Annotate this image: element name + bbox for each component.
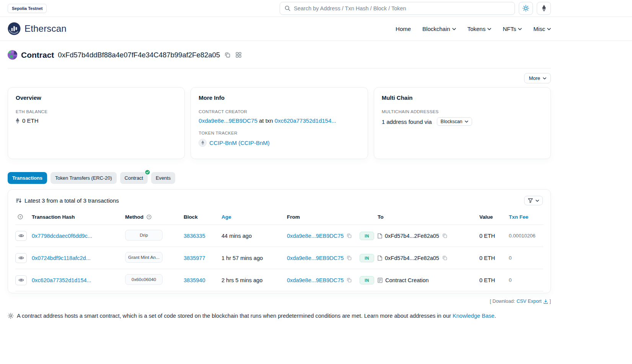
copy-icon: [347, 233, 352, 238]
theme-toggle-button[interactable]: [519, 2, 533, 15]
copy-from-button[interactable]: [346, 233, 352, 239]
transactions-card: Latest 3 from a total of 3 transactions: [8, 189, 551, 293]
creator-address-link[interactable]: 0xda9e8e...9EB9DC75: [199, 117, 257, 124]
help-icon[interactable]: ?: [18, 214, 23, 219]
table-header-row: ? Transaction Hash Method ? Block Age: [15, 211, 543, 225]
eth-diamond-icon: [16, 118, 20, 124]
method-badge[interactable]: 0x60c06040: [125, 274, 163, 285]
creation-txn-link[interactable]: 0xc620a77352d1d154...: [275, 117, 336, 124]
eth-balance-value: 0 ETH: [22, 117, 39, 124]
qr-code-icon: [236, 52, 241, 58]
nav-item-tokens[interactable]: Tokens: [467, 26, 492, 32]
transaction-row: 0x0724bdf9c118afc2d... Grant Mint An... …: [15, 247, 543, 269]
nav-item-nfts[interactable]: NFTs: [503, 26, 522, 32]
more-info-card-title: More Info: [199, 94, 360, 101]
token-icon: [199, 139, 207, 147]
network-badge[interactable]: Sepolia Testnet: [8, 4, 47, 13]
csv-export-link[interactable]: CSV Export: [516, 299, 548, 304]
copy-icon: [347, 278, 352, 283]
nav-item-home[interactable]: Home: [396, 26, 411, 32]
method-badge[interactable]: Grant Mint An...: [125, 252, 163, 263]
method-badge[interactable]: Drip: [125, 230, 163, 240]
knowledge-base-link[interactable]: Knowledge Base: [453, 313, 495, 319]
copy-to-button[interactable]: [442, 255, 448, 261]
age-text: 2 hrs 5 mins ago: [222, 277, 262, 283]
chevron-down-icon: [452, 27, 456, 30]
address-avatar: [8, 50, 17, 60]
copy-to-button[interactable]: [442, 233, 448, 239]
tab-transactions[interactable]: Transactions: [8, 172, 47, 184]
filter-funnel-icon: [528, 198, 533, 203]
svg-text:?: ?: [20, 215, 21, 219]
page-title: Contract: [21, 50, 54, 60]
note-suffix: .: [494, 313, 496, 319]
brand-name: Etherscan: [24, 23, 67, 34]
direction-badge: IN: [360, 276, 374, 284]
help-icon[interactable]: ?: [147, 214, 151, 219]
tx-hash-link[interactable]: 0x0724bdf9c118afc2d...: [32, 255, 91, 261]
block-link[interactable]: 3835977: [184, 255, 205, 261]
value-text: 0 ETH: [479, 233, 495, 239]
tab-token-transfers[interactable]: Token Transfers (ERC-20): [50, 172, 117, 184]
block-link[interactable]: 3835940: [184, 277, 205, 283]
copy-from-button[interactable]: [346, 255, 352, 261]
transactions-summary-text: Latest 3 from a total of 3 transactions: [24, 197, 119, 204]
token-tracker-link[interactable]: CCIP-BnM (CCIP-BnM): [209, 140, 270, 146]
search-icon: [285, 5, 290, 11]
sun-icon: [523, 5, 529, 11]
eye-icon: [18, 278, 24, 282]
nav-item-misc[interactable]: Misc: [533, 26, 551, 32]
direction-badge: IN: [360, 254, 374, 262]
from-address-link[interactable]: 0xda9e8e...9EB9DC75: [287, 233, 344, 239]
block-link[interactable]: 3836335: [184, 233, 205, 239]
age-text: 44 mins ago: [222, 233, 252, 239]
preview-tx-button[interactable]: [15, 275, 27, 285]
more-info-card: More Info CONTRACT CREATOR 0xda9e8e...9E…: [191, 87, 368, 159]
copy-address-button[interactable]: [224, 51, 231, 58]
from-address-link[interactable]: 0xda9e8e...9EB9DC75: [287, 255, 344, 261]
blockscan-dropdown[interactable]: Blockscan: [437, 117, 472, 126]
divider: [8, 68, 551, 68]
tx-hash-link[interactable]: 0x7798dcdaec0f6dd9c...: [32, 233, 92, 239]
transaction-row: 0x7798dcdaec0f6dd9c... Drip 3836335 44 m…: [15, 225, 543, 247]
multichain-card-title: Multi Chain: [382, 94, 543, 101]
col-to: To: [378, 211, 479, 225]
at-txn-text: at txn: [259, 117, 273, 124]
chevron-down-icon: [543, 77, 546, 80]
sort-icon: [16, 198, 21, 203]
preview-tx-button[interactable]: [15, 253, 27, 263]
svg-text:?: ?: [148, 215, 150, 219]
qr-code-button[interactable]: [235, 51, 242, 58]
download-icon: [543, 299, 548, 304]
network-menu-button[interactable]: [537, 2, 551, 15]
search-box[interactable]: [280, 2, 515, 15]
col-method: Method ?: [125, 211, 184, 225]
eth-balance-label: ETH BALANCE: [16, 109, 177, 114]
tab-contract[interactable]: Contract: [120, 172, 148, 184]
chevron-down-icon: [536, 200, 539, 202]
col-txn-fee-toggle[interactable]: Txn Fee: [509, 214, 528, 220]
to-address-text: 0xFd57b4...2Fe82a05: [385, 255, 439, 261]
etherscan-logo[interactable]: Etherscan: [8, 22, 67, 35]
multichain-found-text: 1 address found via: [382, 119, 432, 125]
more-button[interactable]: More: [524, 73, 551, 83]
contract-creation-text: Contract Creation: [385, 277, 429, 283]
copy-from-button[interactable]: [346, 277, 352, 283]
search-input[interactable]: [294, 5, 510, 11]
eye-icon: [18, 234, 24, 238]
from-address-link[interactable]: 0xda9e8e...9EB9DC75: [287, 277, 344, 283]
value-text: 0 ETH: [479, 277, 495, 283]
filter-button[interactable]: [524, 196, 543, 205]
nav-item-blockchain[interactable]: Blockchain: [422, 26, 456, 32]
contract-file-icon: [378, 255, 382, 261]
tab-bar: Transactions Token Transfers (ERC-20) Co…: [8, 172, 551, 184]
copy-icon: [442, 255, 447, 260]
overview-card-title: Overview: [16, 94, 177, 101]
download-prefix: [ Download:: [490, 299, 515, 304]
col-age-toggle[interactable]: Age: [222, 214, 231, 220]
tx-hash-link[interactable]: 0xc620a77352d1d154...: [32, 277, 91, 283]
tab-events[interactable]: Events: [151, 172, 175, 184]
to-address-text: 0xFd57b4...2Fe82a05: [385, 233, 439, 239]
preview-tx-button[interactable]: [15, 231, 27, 241]
col-from: From: [287, 211, 360, 225]
